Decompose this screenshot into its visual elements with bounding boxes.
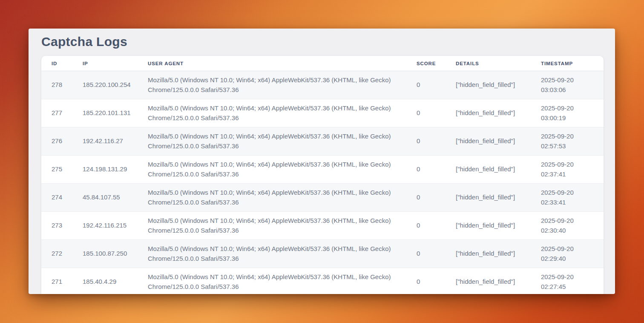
cell-ip: 185.220.101.131 (83, 99, 148, 127)
table-header-row: ID IP USER AGENT SCORE DETAILS TIMESTAMP (41, 56, 604, 71)
cell-user-agent: Mozilla/5.0 (Windows NT 10.0; Win64; x64… (148, 99, 417, 127)
column-header-score: SCORE (417, 56, 456, 71)
cell-timestamp: 2025-09-20 02:30:40 (541, 211, 604, 239)
log-row: 275 124.198.131.29 Mozilla/5.0 (Windows … (41, 155, 604, 183)
cell-ip: 185.40.4.29 (83, 268, 148, 294)
cell-details: ["hidden_field_filled"] (456, 127, 541, 155)
logs-table-container: ID IP USER AGENT SCORE DETAILS TIMESTAMP… (41, 56, 604, 294)
log-row: 276 192.42.116.27 Mozilla/5.0 (Windows N… (41, 127, 604, 155)
cell-id: 271 (41, 268, 83, 294)
log-row: 272 185.100.87.250 Mozilla/5.0 (Windows … (41, 239, 604, 268)
cell-score: 0 (417, 268, 456, 294)
captcha-logs-card[interactable]: Captcha Logs ID IP USER AGENT SCORE DETA… (29, 29, 615, 294)
cell-score: 0 (417, 127, 456, 155)
column-header-timestamp: TIMESTAMP (541, 56, 604, 71)
cell-details: ["hidden_field_filled"] (456, 99, 541, 127)
cell-user-agent: Mozilla/5.0 (Windows NT 10.0; Win64; x64… (148, 155, 417, 183)
cell-id: 275 (41, 155, 83, 183)
cell-score: 0 (417, 155, 456, 183)
cell-ip: 124.198.131.29 (83, 155, 148, 183)
log-row: 278 185.220.100.254 Mozilla/5.0 (Windows… (41, 71, 604, 99)
cell-ip: 192.42.116.27 (83, 127, 148, 155)
cell-user-agent: Mozilla/5.0 (Windows NT 10.0; Win64; x64… (148, 127, 417, 155)
cell-details: ["hidden_field_filled"] (456, 183, 541, 211)
log-row: 277 185.220.101.131 Mozilla/5.0 (Windows… (41, 99, 604, 127)
cell-user-agent: Mozilla/5.0 (Windows NT 10.0; Win64; x64… (148, 71, 417, 99)
cell-id: 276 (41, 127, 83, 155)
cell-details: ["hidden_field_filled"] (456, 268, 541, 294)
page-title: Captcha Logs (41, 34, 604, 50)
cell-timestamp: 2025-09-20 03:03:06 (541, 71, 604, 99)
card-content: Captcha Logs ID IP USER AGENT SCORE DETA… (29, 29, 615, 294)
desktop-background: { "page": { "title": "Captcha Logs" }, "… (0, 0, 644, 323)
cell-score: 0 (417, 239, 456, 268)
cell-ip: 45.84.107.55 (83, 183, 148, 211)
column-header-details: DETAILS (456, 56, 541, 71)
cell-user-agent: Mozilla/5.0 (Windows NT 10.0; Win64; x64… (148, 183, 417, 211)
logs-table: ID IP USER AGENT SCORE DETAILS TIMESTAMP… (41, 56, 604, 294)
logs-table-body: 278 185.220.100.254 Mozilla/5.0 (Windows… (41, 71, 604, 294)
cell-user-agent: Mozilla/5.0 (Windows NT 10.0; Win64; x64… (148, 239, 417, 268)
log-row: 271 185.40.4.29 Mozilla/5.0 (Windows NT … (41, 268, 604, 294)
column-header-id: ID (41, 56, 83, 71)
cell-timestamp: 2025-09-20 02:27:45 (541, 268, 604, 294)
cell-timestamp: 2025-09-20 02:37:41 (541, 155, 604, 183)
cell-score: 0 (417, 211, 456, 239)
log-row: 273 192.42.116.215 Mozilla/5.0 (Windows … (41, 211, 604, 239)
cell-timestamp: 2025-09-20 02:57:53 (541, 127, 604, 155)
column-header-user-agent: USER AGENT (148, 56, 417, 71)
cell-ip: 185.220.100.254 (83, 71, 148, 99)
column-header-ip: IP (83, 56, 148, 71)
cell-details: ["hidden_field_filled"] (456, 71, 541, 99)
cell-score: 0 (417, 71, 456, 99)
cell-score: 0 (417, 99, 456, 127)
cell-details: ["hidden_field_filled"] (456, 211, 541, 239)
cell-timestamp: 2025-09-20 03:00:19 (541, 99, 604, 127)
cell-timestamp: 2025-09-20 02:29:40 (541, 239, 604, 268)
cell-ip: 192.42.116.215 (83, 211, 148, 239)
log-row: 274 45.84.107.55 Mozilla/5.0 (Windows NT… (41, 183, 604, 211)
cell-ip: 185.100.87.250 (83, 239, 148, 268)
cell-details: ["hidden_field_filled"] (456, 239, 541, 268)
cell-id: 272 (41, 239, 83, 268)
cell-user-agent: Mozilla/5.0 (Windows NT 10.0; Win64; x64… (148, 268, 417, 294)
cell-id: 278 (41, 71, 83, 99)
cell-id: 273 (41, 211, 83, 239)
cell-timestamp: 2025-09-20 02:33:41 (541, 183, 604, 211)
cell-user-agent: Mozilla/5.0 (Windows NT 10.0; Win64; x64… (148, 211, 417, 239)
cell-id: 274 (41, 183, 83, 211)
cell-score: 0 (417, 183, 456, 211)
cell-id: 277 (41, 99, 83, 127)
cell-details: ["hidden_field_filled"] (456, 155, 541, 183)
